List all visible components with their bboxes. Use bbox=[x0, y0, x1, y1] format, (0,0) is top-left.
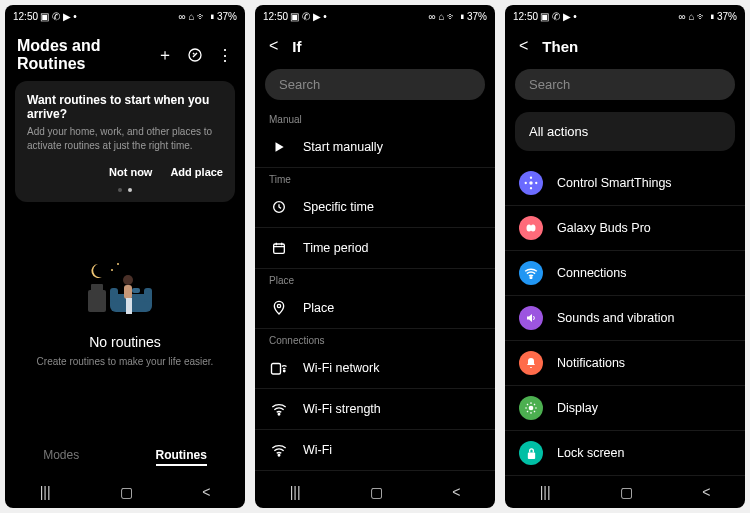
battery-label: 37% bbox=[217, 11, 237, 22]
item-sounds[interactable]: Sounds and vibration bbox=[505, 296, 745, 341]
page-indicator bbox=[27, 188, 223, 192]
card-title: Want routines to start when you arrive? bbox=[27, 93, 223, 121]
svg-point-23 bbox=[535, 182, 537, 184]
svg-rect-28 bbox=[527, 452, 534, 458]
svg-rect-7 bbox=[144, 288, 152, 302]
back-button[interactable]: < bbox=[702, 484, 710, 500]
nav-bar: ||| ▢ < bbox=[255, 476, 495, 508]
item-time-period[interactable]: Time period bbox=[255, 228, 495, 269]
search-input[interactable]: Search bbox=[265, 69, 485, 100]
svg-point-25 bbox=[531, 225, 536, 232]
connections-icon bbox=[519, 261, 543, 285]
back-icon[interactable]: < bbox=[269, 37, 278, 55]
explore-icon[interactable] bbox=[187, 47, 203, 63]
lock-icon bbox=[519, 441, 543, 465]
battery-label: 37% bbox=[717, 11, 737, 22]
back-button[interactable]: < bbox=[452, 484, 460, 500]
search-input[interactable]: Search bbox=[515, 69, 735, 100]
recents-button[interactable]: ||| bbox=[40, 484, 51, 500]
item-place[interactable]: Place bbox=[255, 288, 495, 329]
back-icon[interactable]: < bbox=[519, 37, 528, 55]
svg-point-18 bbox=[278, 455, 280, 457]
header: < Then bbox=[505, 27, 745, 65]
item-wifi-strength[interactable]: Wi-Fi strength bbox=[255, 389, 495, 430]
item-label: Wi-Fi strength bbox=[303, 402, 381, 416]
screen-if: 12:50 ▣ ✆ ▶ • ∞ ⌂ ᯤ ▮ 37% < If Search Ma… bbox=[255, 5, 495, 508]
sounds-icon bbox=[519, 306, 543, 330]
item-lock[interactable]: Lock screen bbox=[505, 431, 745, 476]
recents-button[interactable]: ||| bbox=[290, 484, 301, 500]
item-wifi[interactable]: Wi-Fi bbox=[255, 430, 495, 471]
not-now-button[interactable]: Not now bbox=[109, 166, 152, 178]
item-label: Display bbox=[557, 401, 598, 415]
page-title: Then bbox=[542, 38, 578, 55]
section-place: Place bbox=[255, 269, 495, 288]
wifi-icon bbox=[269, 440, 289, 460]
svg-rect-13 bbox=[274, 244, 285, 253]
item-wifi-network[interactable]: Wi-Fi network bbox=[255, 348, 495, 389]
back-button[interactable]: < bbox=[202, 484, 210, 500]
svg-rect-6 bbox=[110, 288, 118, 302]
item-label: Place bbox=[303, 301, 334, 315]
screen-modes-routines: 12:50 ▣ ✆ ▶ • ∞ ⌂ ᯤ ▮ 37% Modes and Rout… bbox=[5, 5, 245, 508]
svg-rect-11 bbox=[132, 288, 140, 293]
item-specific-time[interactable]: Specific time bbox=[255, 187, 495, 228]
svg-point-17 bbox=[278, 414, 280, 416]
item-label: Time period bbox=[303, 241, 369, 255]
tab-routines[interactable]: Routines bbox=[156, 448, 207, 466]
page-title: Modes and Routines bbox=[17, 37, 157, 73]
calendar-icon bbox=[269, 238, 289, 258]
recents-button[interactable]: ||| bbox=[540, 484, 551, 500]
item-buds[interactable]: Galaxy Buds Pro bbox=[505, 206, 745, 251]
item-label: Control SmartThings bbox=[557, 176, 672, 190]
signal-icons: ∞ ⌂ ᯤ ▮ bbox=[428, 11, 465, 22]
item-label: Wi-Fi network bbox=[303, 361, 379, 375]
header: < If bbox=[255, 27, 495, 65]
empty-title: No routines bbox=[89, 334, 161, 350]
item-start-manually[interactable]: Start manually bbox=[255, 127, 495, 168]
svg-point-2 bbox=[117, 263, 119, 265]
item-label: Start manually bbox=[303, 140, 383, 154]
svg-point-26 bbox=[530, 277, 532, 279]
svg-point-21 bbox=[530, 187, 532, 189]
svg-point-19 bbox=[529, 181, 533, 185]
clock: 12:50 bbox=[263, 11, 288, 22]
add-icon[interactable]: ＋ bbox=[157, 45, 173, 66]
display-icon bbox=[519, 396, 543, 420]
clock-icon bbox=[269, 197, 289, 217]
notif-icons: ▣ ✆ ▶ • bbox=[540, 11, 577, 22]
card-subtitle: Add your home, work, and other places to… bbox=[27, 125, 223, 152]
svg-point-8 bbox=[123, 275, 133, 285]
nav-bar: ||| ▢ < bbox=[505, 476, 745, 508]
tab-modes[interactable]: Modes bbox=[43, 448, 79, 466]
wifi-strength-icon bbox=[269, 399, 289, 419]
buds-icon bbox=[519, 216, 543, 240]
nav-bar: ||| ▢ < bbox=[5, 476, 245, 508]
header: Modes and Routines ＋ ⋮ bbox=[5, 27, 245, 81]
all-actions-button[interactable]: All actions bbox=[515, 112, 735, 151]
item-label: Lock screen bbox=[557, 446, 624, 460]
home-button[interactable]: ▢ bbox=[370, 484, 383, 500]
home-button[interactable]: ▢ bbox=[120, 484, 133, 500]
play-icon bbox=[269, 137, 289, 157]
signal-icons: ∞ ⌂ ᯤ ▮ bbox=[178, 11, 215, 22]
item-display[interactable]: Display bbox=[505, 386, 745, 431]
notifications-icon bbox=[519, 351, 543, 375]
item-smartthings[interactable]: Control SmartThings bbox=[505, 161, 745, 206]
more-icon[interactable]: ⋮ bbox=[217, 46, 233, 65]
svg-rect-3 bbox=[88, 290, 106, 312]
item-label: Specific time bbox=[303, 200, 374, 214]
home-button[interactable]: ▢ bbox=[620, 484, 633, 500]
item-label: Sounds and vibration bbox=[557, 311, 674, 325]
empty-state: No routines Create routines to make your… bbox=[5, 202, 245, 434]
empty-subtitle: Create routines to make your life easier… bbox=[37, 356, 214, 367]
svg-point-14 bbox=[277, 304, 280, 307]
add-place-button[interactable]: Add place bbox=[170, 166, 223, 178]
item-notifications[interactable]: Notifications bbox=[505, 341, 745, 386]
status-bar: 12:50 ▣ ✆ ▶ • ∞ ⌂ ᯤ ▮ 37% bbox=[255, 5, 495, 27]
smartthings-icon bbox=[519, 171, 543, 195]
clock: 12:50 bbox=[13, 11, 38, 22]
svg-rect-4 bbox=[91, 284, 103, 292]
status-bar: 12:50 ▣ ✆ ▶ • ∞ ⌂ ᯤ ▮ 37% bbox=[5, 5, 245, 27]
item-connections[interactable]: Connections bbox=[505, 251, 745, 296]
